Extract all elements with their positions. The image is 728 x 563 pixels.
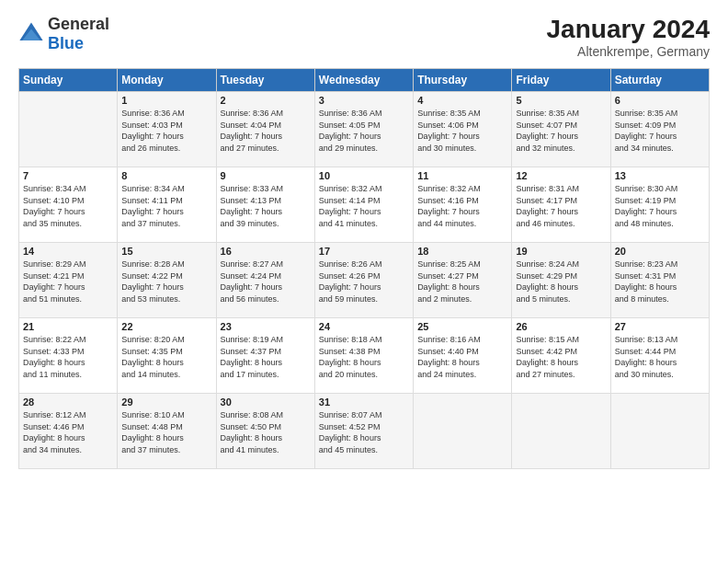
day-header-sunday: Sunday <box>19 69 118 92</box>
day-number: 31 <box>319 396 409 408</box>
day-info: Sunrise: 8:12 AM Sunset: 4:46 PM Dayligh… <box>23 409 113 455</box>
calendar-cell: 1Sunrise: 8:36 AM Sunset: 4:03 PM Daylig… <box>118 92 216 167</box>
day-info: Sunrise: 8:07 AM Sunset: 4:52 PM Dayligh… <box>319 409 409 455</box>
day-number: 16 <box>221 246 311 257</box>
day-info: Sunrise: 8:19 AM Sunset: 4:37 PM Dayligh… <box>221 334 311 380</box>
day-info: Sunrise: 8:35 AM Sunset: 4:09 PM Dayligh… <box>615 108 705 154</box>
day-number: 29 <box>121 396 211 408</box>
day-info: Sunrise: 8:35 AM Sunset: 4:07 PM Dayligh… <box>516 108 606 154</box>
day-info: Sunrise: 8:10 AM Sunset: 4:48 PM Dayligh… <box>121 409 211 455</box>
calendar-cell: 9Sunrise: 8:33 AM Sunset: 4:13 PM Daylig… <box>216 167 314 243</box>
calendar-cell <box>414 394 512 469</box>
day-number: 26 <box>516 321 606 332</box>
calendar-cell: 31Sunrise: 8:07 AM Sunset: 4:52 PM Dayli… <box>314 394 413 469</box>
day-info: Sunrise: 8:32 AM Sunset: 4:14 PM Dayligh… <box>319 183 409 229</box>
day-number: 1 <box>121 95 211 106</box>
day-header-wednesday: Wednesday <box>314 69 413 92</box>
week-row-3: 14Sunrise: 8:29 AM Sunset: 4:21 PM Dayli… <box>19 243 710 318</box>
calendar-cell: 13Sunrise: 8:30 AM Sunset: 4:19 PM Dayli… <box>610 167 709 243</box>
day-number: 7 <box>23 170 113 181</box>
day-header-thursday: Thursday <box>414 69 512 92</box>
logo-icon <box>18 21 44 47</box>
calendar-cell: 22Sunrise: 8:20 AM Sunset: 4:35 PM Dayli… <box>118 318 216 394</box>
day-number: 27 <box>615 321 705 332</box>
day-number: 19 <box>516 246 606 257</box>
calendar-cell: 10Sunrise: 8:32 AM Sunset: 4:14 PM Dayli… <box>314 167 413 243</box>
logo-text: General Blue <box>48 15 109 53</box>
calendar-cell: 4Sunrise: 8:35 AM Sunset: 4:06 PM Daylig… <box>414 92 512 167</box>
day-number: 17 <box>319 246 409 257</box>
day-number: 9 <box>221 170 311 181</box>
day-number: 21 <box>23 321 113 332</box>
day-number: 8 <box>121 170 211 181</box>
calendar-cell: 23Sunrise: 8:19 AM Sunset: 4:37 PM Dayli… <box>216 318 314 394</box>
calendar-cell: 26Sunrise: 8:15 AM Sunset: 4:42 PM Dayli… <box>512 318 610 394</box>
day-info: Sunrise: 8:16 AM Sunset: 4:40 PM Dayligh… <box>417 334 507 380</box>
day-info: Sunrise: 8:34 AM Sunset: 4:10 PM Dayligh… <box>23 183 113 229</box>
calendar-cell: 8Sunrise: 8:34 AM Sunset: 4:11 PM Daylig… <box>118 167 216 243</box>
day-info: Sunrise: 8:35 AM Sunset: 4:06 PM Dayligh… <box>417 108 507 154</box>
week-row-1: 1Sunrise: 8:36 AM Sunset: 4:03 PM Daylig… <box>19 92 710 167</box>
calendar-cell: 25Sunrise: 8:16 AM Sunset: 4:40 PM Dayli… <box>414 318 512 394</box>
calendar-cell: 28Sunrise: 8:12 AM Sunset: 4:46 PM Dayli… <box>19 394 118 469</box>
calendar-cell: 2Sunrise: 8:36 AM Sunset: 4:04 PM Daylig… <box>216 92 314 167</box>
calendar-cell: 17Sunrise: 8:26 AM Sunset: 4:26 PM Dayli… <box>314 243 413 318</box>
calendar-cell: 15Sunrise: 8:28 AM Sunset: 4:22 PM Dayli… <box>118 243 216 318</box>
calendar-cell: 3Sunrise: 8:36 AM Sunset: 4:05 PM Daylig… <box>314 92 413 167</box>
calendar-cell: 18Sunrise: 8:25 AM Sunset: 4:27 PM Dayli… <box>414 243 512 318</box>
logo-blue: Blue <box>48 34 84 52</box>
day-info: Sunrise: 8:32 AM Sunset: 4:16 PM Dayligh… <box>417 183 507 229</box>
day-info: Sunrise: 8:26 AM Sunset: 4:26 PM Dayligh… <box>319 259 409 304</box>
day-number: 12 <box>516 170 606 181</box>
day-number: 18 <box>417 246 507 257</box>
day-number: 22 <box>121 321 211 332</box>
day-number: 25 <box>417 321 507 332</box>
day-number: 4 <box>417 95 507 106</box>
logo-general: General <box>48 15 109 33</box>
day-number: 14 <box>23 246 113 257</box>
day-number: 24 <box>319 321 409 332</box>
calendar-table: SundayMondayTuesdayWednesdayThursdayFrid… <box>18 68 710 469</box>
week-row-4: 21Sunrise: 8:22 AM Sunset: 4:33 PM Dayli… <box>19 318 710 394</box>
calendar-cell: 29Sunrise: 8:10 AM Sunset: 4:48 PM Dayli… <box>118 394 216 469</box>
day-number: 11 <box>417 170 507 181</box>
calendar-cell: 19Sunrise: 8:24 AM Sunset: 4:29 PM Dayli… <box>512 243 610 318</box>
calendar-cell: 12Sunrise: 8:31 AM Sunset: 4:17 PM Dayli… <box>512 167 610 243</box>
day-number: 3 <box>319 95 409 106</box>
day-info: Sunrise: 8:30 AM Sunset: 4:19 PM Dayligh… <box>615 183 705 229</box>
day-number: 20 <box>615 246 705 257</box>
calendar-cell <box>610 394 709 469</box>
day-info: Sunrise: 8:36 AM Sunset: 4:03 PM Dayligh… <box>121 108 211 154</box>
day-info: Sunrise: 8:31 AM Sunset: 4:17 PM Dayligh… <box>516 183 606 229</box>
day-info: Sunrise: 8:33 AM Sunset: 4:13 PM Dayligh… <box>221 183 311 229</box>
calendar-cell: 24Sunrise: 8:18 AM Sunset: 4:38 PM Dayli… <box>314 318 413 394</box>
calendar-cell: 21Sunrise: 8:22 AM Sunset: 4:33 PM Dayli… <box>19 318 118 394</box>
calendar-cell: 16Sunrise: 8:27 AM Sunset: 4:24 PM Dayli… <box>216 243 314 318</box>
calendar-cell <box>512 394 610 469</box>
week-row-2: 7Sunrise: 8:34 AM Sunset: 4:10 PM Daylig… <box>19 167 710 243</box>
page: General Blue January 2024 Altenkrempe, G… <box>0 0 728 563</box>
calendar-cell: 14Sunrise: 8:29 AM Sunset: 4:21 PM Dayli… <box>19 243 118 318</box>
logo: General Blue <box>18 15 109 53</box>
title-block: January 2024 Altenkrempe, Germany <box>547 15 710 59</box>
days-header-row: SundayMondayTuesdayWednesdayThursdayFrid… <box>19 69 710 92</box>
calendar-cell: 6Sunrise: 8:35 AM Sunset: 4:09 PM Daylig… <box>610 92 709 167</box>
day-info: Sunrise: 8:34 AM Sunset: 4:11 PM Dayligh… <box>121 183 211 229</box>
day-number: 2 <box>221 95 311 106</box>
day-info: Sunrise: 8:36 AM Sunset: 4:04 PM Dayligh… <box>221 108 311 154</box>
header: General Blue January 2024 Altenkrempe, G… <box>18 15 710 59</box>
calendar-cell: 5Sunrise: 8:35 AM Sunset: 4:07 PM Daylig… <box>512 92 610 167</box>
month-year: January 2024 <box>547 15 710 44</box>
day-info: Sunrise: 8:24 AM Sunset: 4:29 PM Dayligh… <box>516 259 606 304</box>
day-info: Sunrise: 8:25 AM Sunset: 4:27 PM Dayligh… <box>417 259 507 304</box>
day-info: Sunrise: 8:20 AM Sunset: 4:35 PM Dayligh… <box>121 334 211 380</box>
calendar-cell: 11Sunrise: 8:32 AM Sunset: 4:16 PM Dayli… <box>414 167 512 243</box>
day-header-monday: Monday <box>118 69 216 92</box>
day-number: 15 <box>121 246 211 257</box>
day-number: 23 <box>221 321 311 332</box>
day-info: Sunrise: 8:18 AM Sunset: 4:38 PM Dayligh… <box>319 334 409 380</box>
day-info: Sunrise: 8:08 AM Sunset: 4:50 PM Dayligh… <box>221 409 311 455</box>
calendar-cell: 30Sunrise: 8:08 AM Sunset: 4:50 PM Dayli… <box>216 394 314 469</box>
day-info: Sunrise: 8:28 AM Sunset: 4:22 PM Dayligh… <box>121 259 211 304</box>
day-info: Sunrise: 8:27 AM Sunset: 4:24 PM Dayligh… <box>221 259 311 304</box>
